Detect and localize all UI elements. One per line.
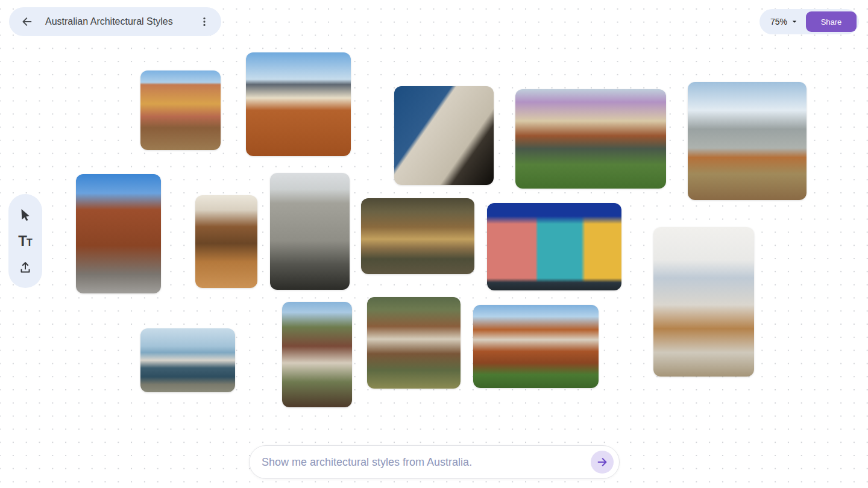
cursor-icon xyxy=(18,207,33,222)
share-button[interactable]: Share xyxy=(806,11,857,32)
canvas-image-coastal-pool-house[interactable] xyxy=(140,328,235,392)
canvas[interactable] xyxy=(0,0,868,488)
canvas-image-opera-house[interactable] xyxy=(394,86,494,185)
submit-prompt-button[interactable] xyxy=(591,451,614,474)
canvas-image-sydney-school-house[interactable] xyxy=(367,297,461,389)
canvas-image-outback-homestead[interactable] xyxy=(246,52,351,156)
zoom-control[interactable]: 75% xyxy=(770,17,799,27)
tool-palette: TT xyxy=(8,194,42,288)
canvas-image-pole-home[interactable] xyxy=(688,82,807,200)
upload-tool-button[interactable] xyxy=(15,257,36,278)
canvas-image-art-deco-flats[interactable] xyxy=(76,174,161,293)
canvas-image-federation-bungalow[interactable] xyxy=(515,89,666,189)
canvas-image-colourful-facades[interactable] xyxy=(487,203,621,290)
page-title: Australian Architectural Styles xyxy=(45,16,187,27)
prompt-input[interactable] xyxy=(262,456,591,469)
canvas-image-apartment-interior[interactable] xyxy=(653,227,754,377)
canvas-image-queen-anne-house[interactable] xyxy=(473,305,599,388)
canvas-image-brutalist-building[interactable] xyxy=(270,173,350,290)
title-bar: Australian Architectural Styles xyxy=(9,7,221,36)
canvas-image-bush-pavilion[interactable] xyxy=(361,198,474,274)
more-options-button[interactable] xyxy=(196,13,213,30)
back-button[interactable] xyxy=(17,12,37,31)
text-tool-button[interactable]: TT xyxy=(15,231,36,251)
canvas-image-terrace-houses[interactable] xyxy=(282,302,352,407)
canvas-image-victorian-hallway[interactable] xyxy=(195,195,257,288)
chevron-down-icon xyxy=(790,17,799,26)
kebab-menu-icon xyxy=(198,16,210,28)
zoom-level: 75% xyxy=(770,17,787,27)
arrow-right-icon xyxy=(596,455,609,469)
select-tool-button[interactable] xyxy=(15,204,36,225)
top-right-controls: 75% Share xyxy=(760,9,859,34)
back-arrow-icon xyxy=(20,15,34,28)
text-tool-icon: TT xyxy=(18,233,32,249)
prompt-bar xyxy=(249,445,620,479)
canvas-image-eco-house[interactable] xyxy=(140,70,221,150)
upload-icon xyxy=(18,260,33,275)
